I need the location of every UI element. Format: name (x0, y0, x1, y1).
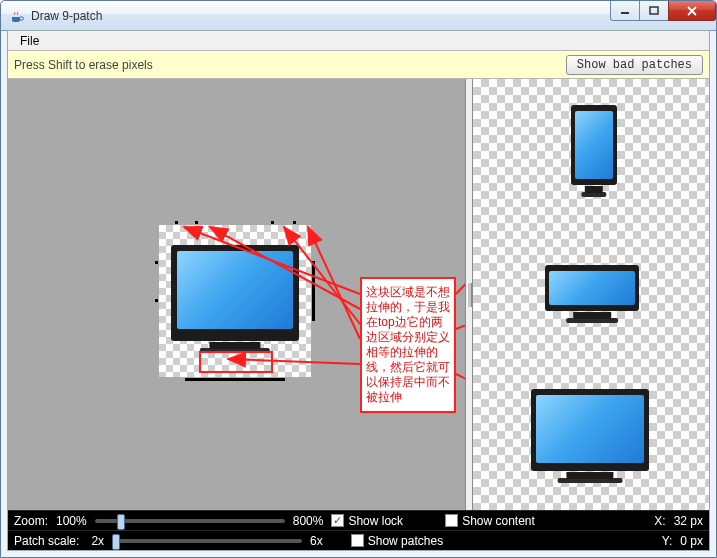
show-lock-checkbox[interactable]: ✓ (331, 514, 344, 527)
help-text: Press Shift to erase pixels (14, 58, 153, 72)
preview-pane (473, 79, 709, 510)
show-patches-label: Show patches (368, 534, 443, 548)
zoom-slider[interactable] (95, 519, 285, 523)
top-patch-marker[interactable] (195, 221, 198, 224)
cursor-x-value: 32 px (674, 514, 703, 528)
status-bar: Zoom: 100% 800% ✓Show lock Show content … (8, 510, 709, 550)
java-cup-icon (9, 8, 25, 24)
patch-scale-min-label: 2x (91, 534, 104, 548)
status-row-zoom: Zoom: 100% 800% ✓Show lock Show content … (8, 510, 709, 530)
status-row-scale: Patch scale: 2x 6x Show patches Y: 0 px (8, 530, 709, 550)
maximize-button[interactable] (639, 1, 669, 21)
svg-line-7 (456, 175, 465, 294)
zoom-max-label: 800% (293, 514, 324, 528)
window-title: Draw 9-patch (31, 9, 611, 23)
edit-pane[interactable]: 这块区域是不想拉伸的，于是我在top边它的两边区域分别定义相等的拉伸的线，然后它… (8, 79, 465, 510)
right-content-marker[interactable] (312, 261, 315, 321)
cursor-y-label: Y: (662, 534, 673, 548)
zoom-min-label: 100% (56, 514, 87, 528)
show-lock-label: Show lock (348, 514, 403, 528)
show-content-checkbox[interactable] (445, 514, 458, 527)
minimize-icon (620, 6, 630, 16)
preview-horizontal-stretch (545, 265, 639, 311)
top-patch-marker[interactable] (293, 221, 296, 224)
maximize-icon (649, 6, 659, 16)
cursor-y-value: 0 px (680, 534, 703, 548)
show-patches-checkbox[interactable] (351, 534, 364, 547)
window-controls (611, 1, 716, 30)
preview-both-stretch (531, 389, 649, 471)
bottom-content-marker[interactable] (185, 378, 285, 381)
patch-scale-label: Patch scale: (14, 534, 79, 548)
pane-splitter[interactable] (465, 79, 473, 510)
close-icon (686, 5, 698, 17)
show-content-label: Show content (462, 514, 535, 528)
svg-line-9 (456, 374, 465, 449)
zoom-label: Zoom: (14, 514, 48, 528)
left-patch-marker[interactable] (155, 261, 158, 264)
svg-line-8 (456, 297, 465, 329)
minimize-button[interactable] (610, 1, 640, 21)
help-toolbar: Press Shift to erase pixels Show bad pat… (8, 51, 709, 79)
patch-scale-slider[interactable] (112, 539, 302, 543)
sprite-image (171, 245, 299, 341)
cursor-x-label: X: (654, 514, 665, 528)
window-titlebar: Draw 9-patch (1, 1, 716, 31)
sprite-canvas[interactable] (153, 219, 317, 383)
annotation-highlight-box (199, 351, 273, 373)
annotation-callout: 这块区域是不想拉伸的，于是我在top边它的两边区域分别定义相等的拉伸的线，然后它… (360, 277, 456, 413)
menu-file[interactable]: File (14, 32, 45, 50)
left-patch-marker[interactable] (155, 299, 158, 302)
zoom-slider-thumb[interactable] (117, 514, 125, 530)
top-patch-marker[interactable] (271, 221, 274, 224)
patch-scale-max-label: 6x (310, 534, 323, 548)
menu-bar: File (8, 31, 709, 51)
close-button[interactable] (668, 1, 716, 21)
preview-vertical-stretch (571, 105, 617, 185)
patch-scale-slider-thumb[interactable] (112, 534, 120, 550)
svg-rect-1 (650, 7, 658, 14)
app-frame: File Press Shift to erase pixels Show ba… (7, 30, 710, 551)
svg-rect-0 (621, 12, 629, 14)
show-bad-patches-button[interactable]: Show bad patches (566, 55, 703, 75)
workspace: 这块区域是不想拉伸的，于是我在top边它的两边区域分别定义相等的拉伸的线，然后它… (8, 79, 709, 510)
top-patch-marker[interactable] (175, 221, 178, 224)
